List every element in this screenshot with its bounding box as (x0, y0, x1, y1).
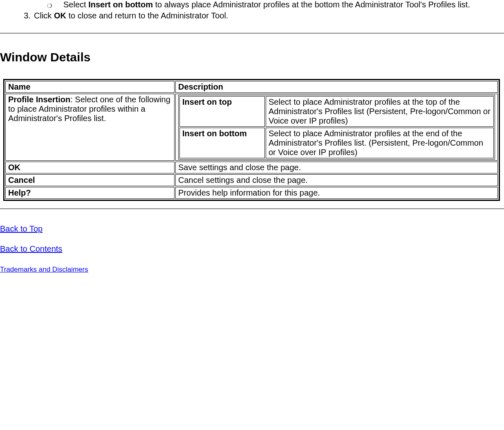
sub-bullet-item: ❍ Select Insert on bottom to always plac… (31, 0, 504, 9)
table-row: Profile Insertion: Select one of the fol… (5, 94, 498, 161)
window-details-table: Name Description Profile Insertion: Sele… (3, 79, 500, 201)
insert-on-bottom-desc: Select to place Administrator profiles a… (266, 128, 494, 158)
table-row: Cancel Cancel settings and close the pag… (5, 174, 498, 186)
window-details-heading: Window Details (0, 50, 504, 64)
table-row: Insert on bottom Select to place Adminis… (179, 128, 494, 158)
insert-on-top-desc: Select to place Administrator profiles a… (266, 96, 494, 127)
profile-insertion-cell: Profile Insertion: Select one of the fol… (5, 94, 175, 161)
header-desc-text: Description (178, 82, 223, 91)
help-desc: Provides help information for this page. (175, 187, 498, 199)
footer-links: Back to Top Back to Contents Trademarks … (0, 224, 504, 274)
table-header-row: Name Description (5, 81, 498, 93)
inner-options-table: Insert on top Select to place Administra… (178, 95, 495, 160)
text-fragment: Select (63, 0, 88, 9)
cancel-desc: Cancel settings and close the page. (175, 174, 498, 186)
ok-cell: OK (5, 162, 175, 173)
table-row: OK Save settings and close the page. (5, 162, 498, 173)
insert-on-bottom-label: Insert on bottom (182, 129, 247, 138)
ok-desc: Save settings and close the page. (175, 162, 498, 173)
trademarks-link[interactable]: Trademarks and Disclaimers (0, 266, 88, 273)
insert-on-bottom-label-cell: Insert on bottom (179, 128, 265, 158)
sub-bullet-text: Select Insert on bottom to always place … (63, 0, 504, 9)
insert-on-bottom-label: Insert on bottom (88, 0, 153, 9)
table-row: Insert on top Select to place Administra… (179, 96, 494, 127)
text-fragment: to close and return to the Administrator… (66, 11, 228, 20)
insert-on-top-label-cell: Insert on top (179, 96, 265, 127)
intro-list: ❍ Select Insert on bottom to always plac… (0, 0, 504, 20)
back-to-top-link[interactable]: Back to Top (0, 224, 43, 233)
back-to-contents-link[interactable]: Back to Contents (0, 244, 62, 253)
header-name: Name (5, 81, 175, 93)
back-to-contents-para: Back to Contents (0, 244, 504, 254)
insert-on-top-label: Insert on top (182, 97, 232, 106)
profile-insertion-options-cell: Insert on top Select to place Administra… (175, 94, 498, 161)
circle-bullet-icon: ❍ (47, 0, 63, 9)
ok-label: OK (8, 163, 20, 172)
divider (0, 33, 504, 34)
text-fragment: Click (34, 11, 54, 20)
header-description: Description (175, 81, 498, 93)
list-number: 3. (16, 11, 34, 20)
ok-label: OK (54, 11, 66, 20)
cancel-cell: Cancel (5, 174, 175, 186)
numbered-item: 3. Click OK to close and return to the A… (16, 11, 504, 20)
trademarks-para: Trademarks and Disclaimers (0, 264, 504, 274)
back-to-top-para: Back to Top (0, 224, 504, 234)
header-name-text: Name (8, 82, 30, 91)
help-label: Help? (8, 188, 31, 197)
table-row: Help? Provides help information for this… (5, 187, 498, 199)
text-fragment: to always place Administrator profiles a… (153, 0, 470, 9)
cancel-label: Cancel (8, 176, 35, 185)
divider (0, 208, 504, 209)
profile-insertion-label: Profile Insertion (8, 95, 70, 104)
help-cell: Help? (5, 187, 175, 199)
numbered-text: Click OK to close and return to the Admi… (34, 11, 228, 20)
